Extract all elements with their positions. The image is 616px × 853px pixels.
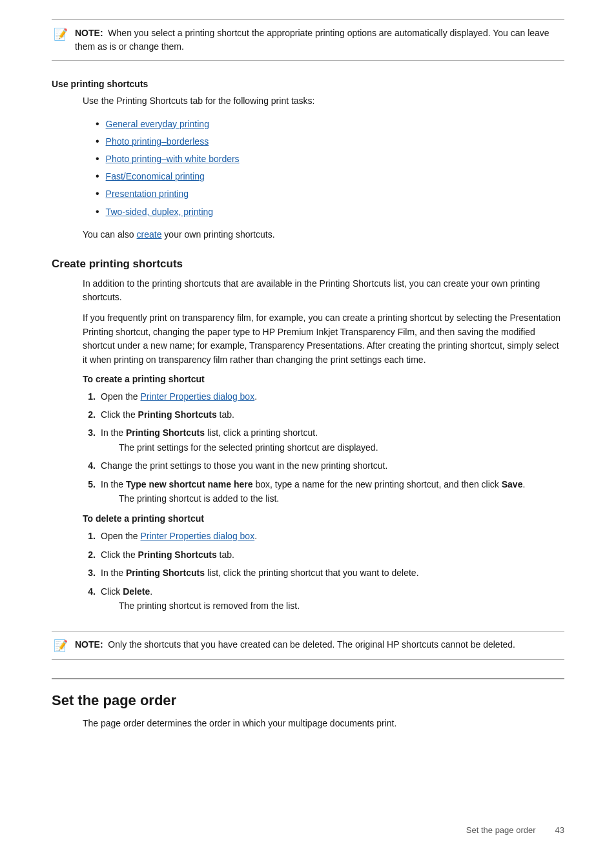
shortcuts-list: General everyday printing Photo printing…	[96, 115, 564, 220]
create-link[interactable]: create	[137, 229, 162, 240]
use-shortcuts-heading: Use printing shortcuts	[52, 79, 564, 89]
footer: Set the page order 43	[52, 825, 564, 835]
delete-step-3: 3. In the Printing Shortcuts list, click…	[83, 566, 564, 580]
list-item: Photo printing–borderless	[96, 132, 564, 150]
list-item: Two-sided, duplex, printing	[96, 203, 564, 220]
create-steps-list: 1. Open the Printer Properties dialog bo…	[83, 389, 564, 506]
photo-white-borders-link[interactable]: Photo printing–with white borders	[106, 152, 240, 167]
use-shortcuts-section: Use printing shortcuts Use the Printing …	[52, 79, 564, 242]
photo-borderless-link[interactable]: Photo printing–borderless	[106, 134, 209, 150]
list-item: Presentation printing	[96, 185, 564, 202]
use-shortcuts-content: Use the Printing Shortcuts tab for the f…	[52, 94, 564, 242]
delete-step-2: 2. Click the Printing Shortcuts tab.	[83, 548, 564, 562]
create-shortcuts-heading: Create printing shortcuts	[52, 258, 564, 271]
create-step-5: 5. In the Type new shortcut name here bo…	[83, 477, 564, 506]
note-content: NOTE: When you select a printing shortcu…	[75, 26, 564, 54]
create-step-1: 1. Open the Printer Properties dialog bo…	[83, 389, 564, 404]
bottom-note-text: NOTE: Only the shortcuts that you have c…	[75, 639, 515, 650]
create-step-2: 2. Click the Printing Shortcuts tab.	[83, 407, 564, 422]
printer-props-link-1[interactable]: Printer Properties dialog box	[141, 391, 255, 402]
top-note-text: NOTE: When you select a printing shortcu…	[75, 28, 549, 52]
set-page-order-content: The page order determines the order in w…	[52, 717, 564, 731]
set-page-order-body: The page order determines the order in w…	[83, 717, 564, 731]
bottom-note-content: NOTE: Only the shortcuts that you have c…	[75, 638, 515, 652]
general-everyday-link[interactable]: General everyday printing	[106, 117, 209, 132]
create-step-3-subtext: The print settings for the selected prin…	[119, 442, 378, 453]
also-create-text: You can also create your own printing sh…	[83, 228, 564, 242]
delete-step-4: 4. Click Delete. The printing shortcut i…	[83, 584, 564, 613]
list-item: Fast/Economical printing	[96, 167, 564, 185]
create-para1: In addition to the printing shortcuts th…	[83, 277, 564, 305]
top-note-box: 📝 NOTE: When you select a printing short…	[52, 19, 564, 61]
set-page-order-heading: Set the page order	[52, 692, 564, 709]
use-shortcuts-intro: Use the Printing Shortcuts tab for the f…	[83, 94, 564, 108]
footer-section-label: Set the page order	[466, 825, 536, 835]
presentation-link[interactable]: Presentation printing	[106, 187, 189, 202]
delete-steps-list: 1. Open the Printer Properties dialog bo…	[83, 529, 564, 613]
create-step-4: 4. Change the print settings to those yo…	[83, 458, 564, 473]
delete-shortcut-heading: To delete a printing shortcut	[83, 513, 564, 524]
footer-text: Set the page order 43	[466, 825, 564, 835]
delete-step-4-subtext: The printing shortcut is removed from th…	[119, 601, 300, 611]
create-shortcut-heading: To create a printing shortcut	[83, 374, 564, 384]
create-step-5-subtext: The printing shortcut is added to the li…	[119, 493, 279, 504]
create-shortcuts-section: Create printing shortcuts In addition to…	[52, 258, 564, 613]
bottom-note-box: 📝 NOTE: Only the shortcuts that you have…	[52, 631, 564, 660]
create-para2: If you frequently print on transparency …	[83, 311, 564, 367]
delete-step-1: 1. Open the Printer Properties dialog bo…	[83, 529, 564, 543]
note-icon-bottom: 📝	[52, 639, 70, 653]
page: 📝 NOTE: When you select a printing short…	[0, 0, 616, 853]
two-sided-duplex-link[interactable]: Two-sided, duplex, printing	[106, 205, 214, 220]
list-item: Photo printing–with white borders	[96, 150, 564, 167]
list-item: General everyday printing	[96, 115, 564, 132]
create-step-3: 3. In the Printing Shortcuts list, click…	[83, 426, 564, 455]
create-shortcuts-content: In addition to the printing shortcuts th…	[52, 277, 564, 613]
set-page-order-section: Set the page order The page order determ…	[52, 678, 564, 731]
printer-props-link-2[interactable]: Printer Properties dialog box	[141, 531, 255, 541]
footer-page-num: 43	[555, 825, 564, 835]
fast-economical-link[interactable]: Fast/Economical printing	[106, 169, 205, 185]
note-icon: 📝	[52, 27, 70, 41]
